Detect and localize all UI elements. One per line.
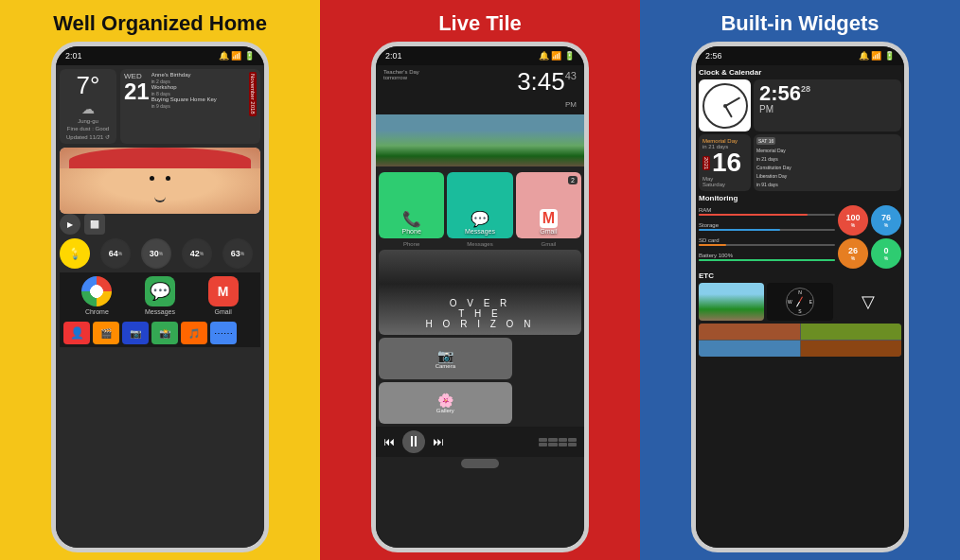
pause-button[interactable]: ⏸ xyxy=(402,430,425,453)
photo-2 xyxy=(801,324,902,340)
panel-center: Live Tile 2:01 🔔 📶 🔋 Teacher's Day tomor… xyxy=(320,0,640,560)
event-constitution: Constitution Day xyxy=(756,165,898,170)
clock-calendar-widget: 2:56 28 PM xyxy=(699,79,901,131)
cloud-icon: ☁ xyxy=(81,101,95,116)
updated-time: Updated 11/21 ↺ xyxy=(66,133,110,140)
digital-ampm: PM xyxy=(759,104,896,114)
widget-row-top: 7° ☁ Jung-gu Fine dust : Good Updated 11… xyxy=(60,69,260,144)
phone-left: 2:01 🔔 📶 🔋 7° ☁ Jung-gu Fine dust : Good… xyxy=(51,42,269,552)
status-time-left: 2:01 xyxy=(65,51,82,61)
media-row: ▶ ⬜ xyxy=(60,214,260,235)
circle-storage: 76 % xyxy=(871,205,901,236)
clock-temp: 7° xyxy=(77,73,100,97)
panel-center-title: Live Tile xyxy=(429,0,531,42)
tile-gmail[interactable]: 2 M Gmail xyxy=(516,172,581,238)
gallery-tile[interactable]: 🌸 Gallery xyxy=(379,382,512,424)
gallery-label: Gallery xyxy=(436,408,454,413)
dock-gmail[interactable]: M Gmail xyxy=(208,276,239,315)
chrome-label: Chrome xyxy=(85,308,109,315)
calendar-widget: WED 21 Anne's Birthday in 2 days Worksho… xyxy=(120,69,260,144)
status-bar-center: 2:01 🔔 📶 🔋 xyxy=(376,46,584,65)
phone-center: 2:01 🔔 📶 🔋 Teacher's Day tomorrow 3:45 4… xyxy=(371,42,589,552)
tile-messages[interactable]: 💬 Messages xyxy=(447,172,512,238)
etc-title: ETC xyxy=(699,271,901,280)
bottom-squares: 👤 🎬 📷 📸 🎵 ⋯⋯ xyxy=(60,319,260,347)
sub-gmail: Gmail xyxy=(516,241,581,247)
panel-right: Built-in Widgets 2:56 🔔 📶 🔋 Clock & Cale… xyxy=(640,0,960,560)
event-memorial: Memorial Day xyxy=(756,148,898,153)
tile-messages-label: Messages xyxy=(465,228,495,235)
tile-pm: PM xyxy=(565,100,577,109)
sq-1[interactable]: 👤 xyxy=(63,322,90,344)
tile-phone-label: Phone xyxy=(402,228,421,235)
status-time-right: 2:56 xyxy=(705,51,722,61)
stop-button[interactable]: ⬜ xyxy=(84,214,105,235)
camera-tile[interactable]: 📷 Camera xyxy=(379,338,512,379)
calendar-date-widget: Memorial Day in 21 days 2021 16 May Satu… xyxy=(699,134,901,191)
cal-event-3: Buying Square Home Key xyxy=(151,96,245,102)
tile-time-sup: 43 xyxy=(565,70,577,81)
child-photo xyxy=(60,148,260,214)
tile-phone[interactable]: 📞 Phone xyxy=(379,172,444,238)
next-button[interactable]: ⏭ xyxy=(433,435,444,448)
events-list: SAT 16 Memorial Day in 21 days Constitut… xyxy=(754,134,901,191)
sq-6[interactable]: ⋯⋯ xyxy=(210,322,237,344)
mountain-tile: O V E RT H EH O R I Z O N xyxy=(379,250,581,335)
sq-5[interactable]: 🎵 xyxy=(181,322,207,344)
circle-sdcard: 26 % xyxy=(838,238,868,269)
clock-calendar-title: Clock & Calendar xyxy=(699,68,901,77)
monitor-circles: 100 % 76 % 26 % 0 % xyxy=(838,205,901,269)
digital-seconds: 28 xyxy=(801,85,810,94)
funnel-icon: ▽ xyxy=(862,291,875,312)
digital-clock: 2:56 28 PM xyxy=(754,79,901,131)
status-bar-right: 2:56 🔔 📶 🔋 xyxy=(696,46,904,65)
prev-button[interactable]: ⏮ xyxy=(383,435,395,448)
cal-event-1: Anne's Birthday xyxy=(151,72,245,78)
chrome-icon xyxy=(81,276,112,306)
dock-messages[interactable]: 💬 Messages xyxy=(145,276,175,315)
icon-42[interactable]: 42 % xyxy=(182,238,212,269)
etc-images: N S W E ▽ xyxy=(699,283,901,357)
sq-2[interactable]: 🎬 xyxy=(93,322,119,344)
clock-center xyxy=(723,104,727,108)
sq-3[interactable]: 📷 xyxy=(122,322,149,344)
etc-section: ETC N S W E xyxy=(699,271,901,357)
gmail-badge: 2 xyxy=(568,176,578,184)
play-button[interactable]: ▶ xyxy=(60,214,80,235)
sub-messages: Messages xyxy=(447,241,512,247)
label-battery: Battery 100% xyxy=(699,251,835,263)
dock-chrome[interactable]: Chrome xyxy=(81,276,112,315)
camera-label: Camera xyxy=(436,363,455,369)
tile-time: 3:45 xyxy=(517,69,565,94)
clock-location: Jung-gu xyxy=(78,118,98,124)
landscape-widget xyxy=(699,283,764,321)
light-icon[interactable]: 💡 xyxy=(60,238,90,269)
monitoring-grid: RAM Storage SD card Battery 100% xyxy=(699,205,901,269)
screen-left: 7° ☁ Jung-gu Fine dust : Good Updated 11… xyxy=(56,65,264,548)
screen-right: Clock & Calendar 2:56 28 PM xyxy=(696,65,904,548)
event-liberation: Liberation Day xyxy=(756,173,898,179)
cal-event-2: Workshop xyxy=(151,84,245,90)
weekday-label: Saturday xyxy=(702,182,747,187)
panel-left-title: Well Organized Home xyxy=(44,0,276,42)
status-bar-left: 2:01 🔔 📶 🔋 xyxy=(56,46,264,65)
photo-widget xyxy=(60,148,260,214)
messages-label: Messages xyxy=(145,308,175,315)
digital-time: 2:56 28 xyxy=(759,83,896,104)
icon-64[interactable]: 64 % xyxy=(100,238,131,269)
icon-grid: 💡 64 % 30 % 42 % 63 % xyxy=(60,238,260,269)
status-time-center: 2:01 xyxy=(385,51,402,61)
icon-30[interactable]: 30 % xyxy=(141,238,171,269)
compass-widget: N S W E xyxy=(767,283,832,321)
icon-63[interactable]: 63 % xyxy=(222,238,253,269)
filter-widget: ▽ xyxy=(836,283,901,321)
music-controls-bar: ⏮ ⏸ ⏭ xyxy=(376,427,584,457)
label-ram: RAM xyxy=(699,205,835,218)
label-sdcard: SD card xyxy=(699,236,835,248)
event-sub-2: in 91 days xyxy=(756,182,898,187)
panel-right-title: Built-in Widgets xyxy=(711,0,888,42)
screen-center: Teacher's Day tomorrow 3:45 43 PM xyxy=(376,65,584,548)
air-quality: Fine dust : Good xyxy=(67,126,109,131)
phone-right: 2:56 🔔 📶 🔋 Clock & Calendar 2: xyxy=(691,42,909,552)
sq-4[interactable]: 📸 xyxy=(151,322,178,344)
